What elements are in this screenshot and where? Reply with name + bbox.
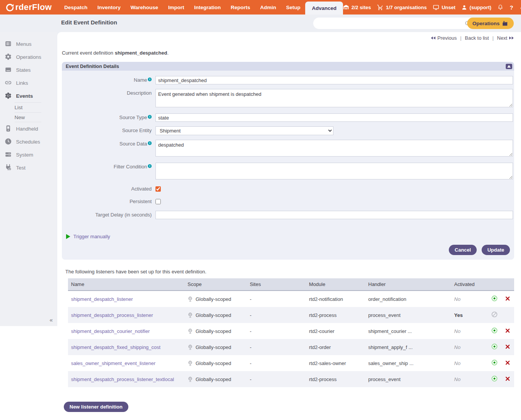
listener-scope: Globally-scoped bbox=[188, 339, 244, 355]
delete-icon[interactable] bbox=[505, 296, 510, 301]
top-nav: DespatchInventoryWarehouseImportIntegrat… bbox=[59, 0, 343, 15]
activate-icon[interactable] bbox=[491, 375, 498, 382]
column-header-module: Module bbox=[306, 278, 365, 291]
user-menu[interactable]: (support) bbox=[461, 5, 491, 10]
listener-sites: - bbox=[247, 371, 306, 387]
menus-icon bbox=[5, 40, 12, 48]
orderflow-logo-icon bbox=[5, 3, 14, 12]
pager: Previous | Back to list | Next bbox=[62, 35, 514, 41]
back-to-list-link[interactable]: Back to list bbox=[465, 35, 489, 41]
listener-activated: Yes bbox=[451, 307, 487, 323]
sidebar-item-events[interactable]: Events bbox=[0, 89, 57, 102]
listener-name-link[interactable]: sales_owner_shipment_event_listener bbox=[71, 360, 155, 366]
sidebar-item-events-new[interactable]: New bbox=[15, 112, 41, 122]
listener-scope: Globally-scoped bbox=[188, 323, 244, 339]
nav-inventory[interactable]: Inventory bbox=[92, 0, 126, 15]
globe-icon bbox=[188, 328, 193, 334]
delete-icon[interactable] bbox=[505, 360, 510, 365]
globe-icon bbox=[188, 376, 193, 382]
sidebar-item-states[interactable]: States bbox=[0, 63, 57, 76]
delete-icon[interactable] bbox=[505, 376, 510, 381]
target-delay-field[interactable] bbox=[155, 211, 513, 219]
next-link[interactable]: Next bbox=[497, 35, 514, 41]
listener-handler: shipment_apply_f ... bbox=[365, 339, 451, 355]
listener-sites: - bbox=[247, 307, 306, 323]
listener-row: shipment_despatch_courier_notifierGlobal… bbox=[68, 323, 514, 339]
activate-icon[interactable] bbox=[491, 343, 498, 350]
nav-warehouse[interactable]: Warehouse bbox=[126, 0, 163, 15]
listeners-table: NameScopeSitesModuleHandlerActivated shi… bbox=[68, 278, 514, 387]
bell-icon bbox=[497, 4, 503, 10]
activated-checkbox[interactable] bbox=[155, 186, 161, 192]
orderflow-logo[interactable]: rderFlow bbox=[0, 0, 55, 15]
search-box bbox=[313, 18, 475, 29]
cancel-button[interactable]: Cancel bbox=[449, 245, 477, 255]
source-entity-select[interactable]: Shipment bbox=[155, 126, 333, 135]
listener-sites: - bbox=[247, 339, 306, 355]
gear-icon bbox=[5, 53, 12, 61]
listener-row: shipment_despatch_listenerGlobally-scope… bbox=[68, 291, 514, 307]
help-button[interactable]: ? bbox=[510, 4, 513, 11]
listener-module: rtd2-notification bbox=[306, 291, 365, 307]
sidebar-item-events-list[interactable]: List bbox=[15, 102, 41, 112]
activate-icon[interactable] bbox=[491, 295, 498, 302]
new-listener-definition-button[interactable]: New listener definition bbox=[64, 402, 128, 412]
listener-activated: No bbox=[451, 339, 487, 355]
nav-integration[interactable]: Integration bbox=[189, 0, 226, 15]
nav-admin[interactable]: Admin bbox=[255, 0, 281, 15]
monitor-icon bbox=[433, 4, 439, 11]
nav-advanced[interactable]: Advanced bbox=[305, 2, 343, 15]
refresh-button[interactable] bbox=[519, 4, 521, 11]
activate-icon[interactable] bbox=[491, 359, 498, 366]
nav-import[interactable]: Import bbox=[163, 0, 189, 15]
organisations-switcher[interactable]: 1/7 organisations bbox=[377, 4, 427, 11]
trigger-manually-link[interactable]: Trigger manually bbox=[73, 234, 110, 239]
description-field[interactable]: Event generated when shipment is despatc… bbox=[155, 89, 513, 107]
listener-name-link[interactable]: shipment_despatch_courier_notifier bbox=[71, 328, 150, 334]
sidebar-item-label: Schedules bbox=[16, 139, 40, 145]
links-icon bbox=[5, 79, 12, 87]
nav-reports[interactable]: Reports bbox=[226, 0, 255, 15]
listener-name-link[interactable]: shipment_despatch_process_listener_textl… bbox=[71, 376, 174, 382]
delete-icon[interactable] bbox=[505, 344, 510, 349]
source-data-field[interactable]: despatched bbox=[155, 140, 513, 157]
listener-name-link[interactable]: shipment_despatch_process_listener bbox=[71, 312, 153, 318]
listener-handler: process_event bbox=[365, 371, 451, 387]
listener-name-link[interactable]: shipment_despatch_listener bbox=[71, 296, 133, 302]
current-definition-name: shipment_despatched bbox=[115, 50, 167, 56]
sidebar-item-system[interactable]: System bbox=[0, 148, 57, 161]
name-field[interactable] bbox=[155, 76, 513, 84]
search-input[interactable] bbox=[319, 21, 464, 26]
sidebar-item-handheld[interactable]: Handheld bbox=[0, 122, 57, 135]
persistent-checkbox[interactable] bbox=[155, 199, 161, 204]
update-button[interactable]: Update bbox=[482, 245, 510, 255]
sidebar-item-links[interactable]: Links bbox=[0, 76, 57, 89]
main-content: Previous | Back to list | Next Current e… bbox=[57, 32, 521, 420]
sidebar-item-test[interactable]: Test bbox=[0, 161, 57, 174]
nav-setup[interactable]: Setup bbox=[281, 0, 306, 15]
deactivate-icon[interactable] bbox=[491, 311, 498, 318]
globe-icon bbox=[188, 296, 193, 302]
listener-activated: No bbox=[451, 323, 487, 339]
info-icon: i bbox=[148, 141, 152, 145]
previous-link[interactable]: Previous bbox=[430, 35, 457, 41]
notifications-bell[interactable] bbox=[497, 4, 503, 10]
listener-name-link[interactable]: shipment_despatch_fixed_shipping_cost bbox=[71, 344, 160, 350]
column-header-name: Name bbox=[68, 278, 184, 291]
listener-sites: - bbox=[247, 291, 306, 307]
globe-icon bbox=[188, 344, 193, 350]
nav-despatch[interactable]: Despatch bbox=[59, 0, 92, 15]
sidebar-item-menus[interactable]: Menus bbox=[0, 37, 57, 50]
sidebar-item-operations[interactable]: Operations bbox=[0, 50, 57, 63]
filter-condition-field[interactable] bbox=[155, 163, 513, 179]
sidebar-item-schedules[interactable]: Schedules bbox=[0, 135, 57, 148]
operations-button[interactable]: Operations bbox=[467, 18, 514, 29]
source-type-field[interactable] bbox=[155, 113, 513, 122]
activate-icon[interactable] bbox=[491, 327, 498, 334]
delete-icon[interactable] bbox=[505, 328, 510, 333]
panel-collapse-button[interactable] bbox=[506, 64, 512, 69]
unset-terminal[interactable]: Unset bbox=[433, 4, 455, 11]
sites-switcher[interactable]: 2/2 sites bbox=[343, 4, 371, 10]
globe-icon bbox=[188, 312, 193, 318]
sidebar-collapse-icon[interactable]: « bbox=[50, 317, 53, 323]
